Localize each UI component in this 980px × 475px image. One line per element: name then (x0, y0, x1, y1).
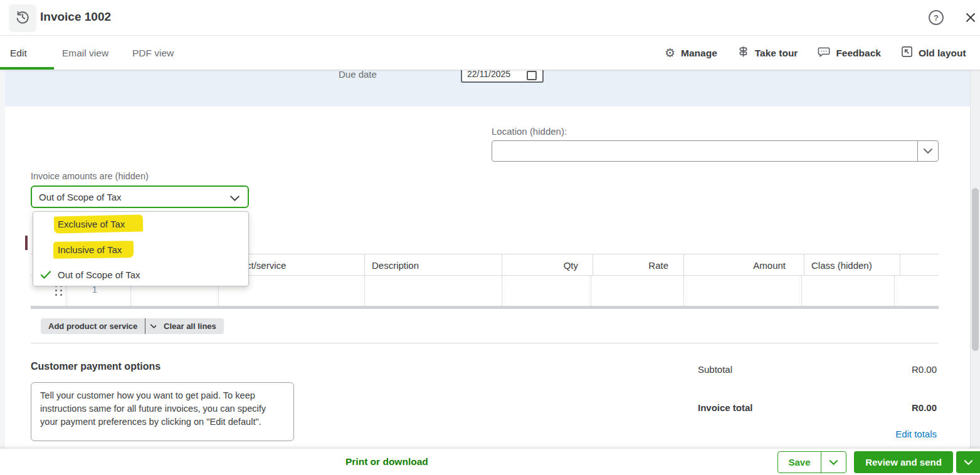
calendar-icon[interactable] (527, 71, 537, 80)
invoice-editor-window: Invoice 1002 ? Edit Email view PDF view … (0, 0, 980, 475)
left-gutter (0, 70, 5, 449)
save-options-chevron-icon[interactable] (821, 452, 846, 472)
column-header-description: Description (372, 260, 419, 271)
page-title: Invoice 1002 (40, 10, 111, 24)
add-product-label: Add product or service (41, 321, 145, 331)
feedback-button[interactable]: Feedback (818, 46, 881, 60)
save-label: Save (778, 452, 821, 472)
manage-button[interactable]: ⚙ Manage (665, 47, 717, 59)
invoice-total-label: Invoice total (698, 402, 753, 413)
view-tab-bar: Edit Email view PDF view ⚙ Manage Take t… (0, 36, 980, 70)
review-and-send-button[interactable]: Review and send (854, 451, 953, 473)
audit-history-button[interactable] (9, 4, 36, 32)
section-divider (31, 343, 939, 343)
chevron-down-icon (229, 193, 240, 204)
tax-mode-dropdown[interactable]: Out of Scope of Tax (31, 185, 249, 208)
tax-mode-options-panel: Exclusive of Tax Inclusive of Tax Out of… (33, 211, 249, 286)
tab-pdf-view[interactable]: PDF view (132, 36, 174, 70)
clear-all-lines-button[interactable]: Clear all lines (156, 318, 224, 334)
column-header-rate: Rate (593, 260, 668, 271)
option-out-of-scope[interactable]: Out of Scope of Tax (58, 269, 140, 280)
feedback-bubble-icon (818, 46, 830, 60)
scrollbar-thumb[interactable] (972, 188, 979, 351)
feedback-label: Feedback (836, 48, 881, 59)
review-and-send-label: Review and send (865, 457, 942, 467)
column-header-class: Class (hidden) (811, 260, 872, 271)
old-layout-button[interactable]: Old layout (901, 46, 966, 60)
payment-options-heading: Customer payment options (31, 361, 161, 372)
check-icon (40, 270, 51, 282)
payment-instructions-box[interactable]: Tell your customer how you want to get p… (31, 382, 294, 441)
old-layout-label: Old layout (919, 48, 966, 59)
option-exclusive-of-tax[interactable]: Exclusive of Tax (58, 219, 125, 229)
top-header-bar: Invoice 1002 ? (0, 0, 980, 36)
due-date-label: Due date (339, 70, 377, 80)
tour-signpost-icon (737, 46, 749, 60)
take-tour-button[interactable]: Take tour (737, 46, 798, 60)
take-tour-label: Take tour (755, 48, 798, 59)
chevron-down-icon[interactable] (917, 141, 938, 161)
drag-handle-icon[interactable] (55, 285, 63, 296)
help-icon[interactable]: ? (929, 10, 944, 25)
active-tab-underline (0, 67, 54, 70)
column-header-amount: Amount (683, 260, 786, 271)
subtotal-label: Subtotal (698, 364, 732, 375)
toolbar-menu: ⚙ Manage Take tour (665, 36, 966, 70)
clear-all-lines-label: Clear all lines (156, 321, 224, 331)
column-header-qty: Qty (502, 260, 578, 271)
location-dropdown[interactable] (492, 140, 939, 162)
review-options-chevron-button[interactable] (956, 451, 980, 473)
save-button[interactable]: Save (777, 451, 846, 473)
location-label: Location (hidden): (492, 126, 567, 137)
tax-mode-value: Out of Scope of Tax (39, 192, 121, 202)
invoice-form-body: Due date Location (hidden): Invoice amou… (0, 70, 980, 475)
tab-email-view-label: Email view (62, 48, 108, 59)
footer-action-bar: Print or download Save Review and send (0, 449, 980, 475)
old-layout-arrow-icon (901, 46, 913, 60)
edit-totals-link[interactable]: Edit totals (815, 429, 937, 439)
subtotal-value: R0.00 (815, 364, 937, 375)
print-or-download-link[interactable]: Print or download (345, 456, 428, 467)
help-glyph: ? (934, 13, 939, 23)
option-inclusive-of-tax[interactable]: Inclusive of Tax (58, 244, 122, 255)
tab-pdf-view-label: PDF view (132, 48, 174, 59)
invoice-total-value: R0.00 (815, 402, 937, 413)
tab-email-view[interactable]: Email view (62, 36, 108, 70)
obscured-text-fragment (25, 236, 28, 250)
gear-icon: ⚙ (665, 47, 675, 59)
vertical-scrollbar[interactable] (970, 66, 980, 449)
tab-edit[interactable]: Edit (10, 36, 27, 70)
table-bottom-edge (31, 306, 939, 309)
tab-edit-label: Edit (10, 48, 27, 59)
history-clock-icon (14, 9, 31, 28)
add-product-button[interactable]: Add product or service (41, 318, 162, 334)
invoice-amounts-label: Invoice amounts are (hidden) (31, 171, 149, 181)
manage-label: Manage (681, 48, 717, 59)
close-icon[interactable] (963, 10, 978, 25)
